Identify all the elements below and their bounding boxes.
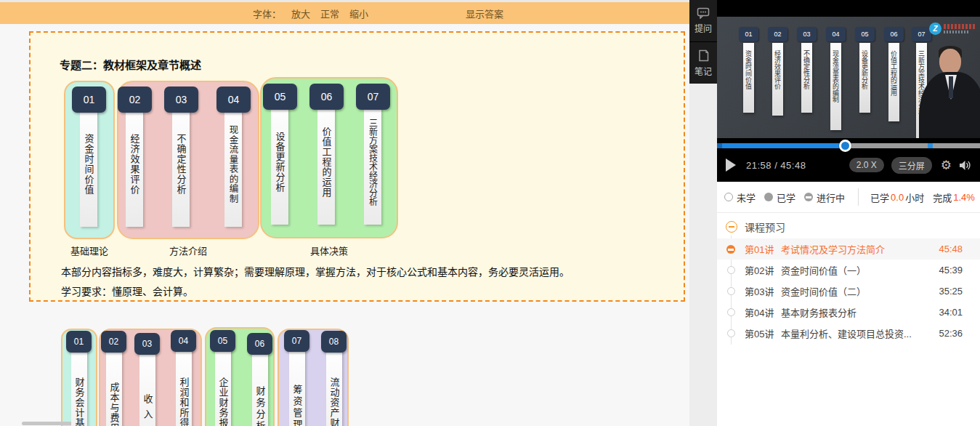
font-toolbar: 字体： 放大 正常 缩小 显示答案: [0, 2, 689, 24]
screen-mode-button[interactable]: 三分屏: [891, 157, 932, 174]
instructor-figure: [915, 39, 980, 138]
chapter-strip: 筹资管理: [289, 346, 305, 426]
note-icon: [698, 49, 709, 62]
ask-label: 提问: [694, 22, 712, 34]
legend-label: 进行中: [817, 190, 845, 204]
chapter-title: 财务会计基础: [73, 377, 86, 426]
chapter-strip: 资金时间价值: [80, 102, 97, 227]
chapter-number: 04: [216, 87, 251, 113]
chapter-number: 05: [263, 84, 297, 110]
slide-chapter-title: 设备更新分析: [860, 50, 870, 89]
slide-chapter-number: 02: [768, 27, 787, 41]
chapter-title: 经济效果评价: [128, 134, 142, 195]
chapter-strip: 财务会计基础: [71, 346, 87, 426]
lesson-title: 基本财务报表分析: [781, 305, 939, 319]
chapter-title: 现金流量表的编制: [227, 125, 240, 204]
chapter-number: 04: [171, 330, 196, 352]
chapter-title: 企业财务报表: [216, 377, 230, 426]
legend-notstudied: 未学: [724, 190, 756, 204]
chapter-title: 财务分析: [254, 386, 267, 426]
horizontal-scrollbar-thumb[interactable]: [22, 422, 74, 425]
study-stats: 已学 0.0 小时 完成 1.4%: [870, 190, 976, 204]
studied-hours: 0.0: [891, 192, 904, 203]
brand-logo-icon: Z: [929, 23, 941, 35]
section-course-preview[interactable]: 课程预习: [717, 217, 980, 237]
lesson-no: 第05讲: [745, 326, 781, 340]
slide-chapter-title: 不确定性分析: [802, 50, 811, 89]
lecture-notes-area: 专题二：教材框架及章节概述 01 资金时间价值 02 经济效果评价 03 不确定…: [0, 24, 689, 426]
lesson-status-icon: [726, 245, 735, 254]
group-label: 基础理论: [64, 244, 115, 257]
instructor-head: [939, 49, 961, 75]
topic-title: 专题二：教材框架及章节概述: [60, 57, 201, 72]
chapter-strip: 设备更新分析: [271, 100, 288, 225]
collapse-icon[interactable]: [726, 221, 737, 233]
chapter-strip: 价值工程的运用: [317, 100, 335, 225]
done-percent: 1.4%: [953, 192, 975, 203]
font-normal-button[interactable]: 正常: [320, 7, 339, 20]
lesson-duration: 45:48: [939, 244, 963, 254]
lesson-list: 第01讲 考试情况及学习方法简介 45:48 第02讲 资金时间价值（一） 45…: [717, 238, 980, 344]
font-zoom-in-button[interactable]: 放大: [291, 7, 310, 20]
slide-strip: 价值工程的运用: [888, 43, 899, 121]
lesson-no: 第02讲: [745, 263, 781, 277]
lesson-status-icon: [727, 308, 735, 316]
lesson-no: 第03讲: [745, 284, 781, 298]
font-zoom-out-button[interactable]: 缩小: [349, 7, 368, 20]
video-slide: Z 01 资金时间价值 02 经济效果评价 03 不确定性分析 04 现金流量表…: [717, 17, 980, 138]
video-controls: 21:58 / 45:48 2.0 X 三分屏 ⚙: [717, 148, 980, 182]
lesson-row-1[interactable]: 第01讲 考试情况及学习方法简介 45:48: [717, 238, 980, 260]
legend-inprogress: 进行中: [804, 190, 845, 204]
chapter-title: 设备更新分析: [273, 132, 287, 193]
chapter-strip: 成本与费用: [106, 346, 122, 426]
lesson-title: 考试情况及学习方法简介: [781, 242, 939, 256]
chapter-number: 02: [118, 87, 152, 113]
lesson-no: 第04讲: [745, 305, 781, 319]
chapter-number: 03: [164, 87, 198, 113]
chapter-number: 01: [66, 331, 92, 353]
lesson-row-2[interactable]: 第02讲 资金时间价值（一） 45:39: [717, 260, 980, 281]
studied-label: 已学: [870, 190, 889, 204]
speech-bubble-icon: [697, 7, 710, 19]
chapter-title: 资金时间价值: [82, 134, 96, 195]
summary-note: 本部分内容指标多，难度大，计算繁杂；需要理解原理，掌握方法，对于核心公式和基本内…: [61, 264, 570, 278]
chapter-number: 07: [356, 84, 390, 110]
slide-strip: 经济效果评价: [772, 43, 783, 116]
video-progress-bar[interactable]: [717, 143, 980, 148]
lesson-title: 资金时间价值（一）: [781, 263, 939, 277]
lesson-status-icon: [727, 266, 735, 274]
chapter-diagram-2: 01 财务会计基础 02 成本与费用 03 收入 04 利润和所得税 05 企业…: [29, 327, 685, 426]
slide-chapter-title: 经济效果评价: [773, 50, 782, 89]
progress-fill: [717, 143, 845, 148]
lesson-row-3[interactable]: 第03讲 资金时间价值（二） 35:25: [717, 281, 980, 302]
studied-icon: [764, 193, 773, 201]
legend-label: 未学: [737, 190, 756, 204]
settings-gear-icon[interactable]: ⚙: [941, 159, 952, 172]
legend-divider: [858, 188, 859, 206]
tool-sidebar: 提问 笔记: [689, 0, 717, 426]
lesson-duration: 45:39: [939, 265, 963, 276]
group-label: 方法介绍: [117, 244, 259, 257]
play-button[interactable]: [726, 158, 736, 172]
notes-button[interactable]: 笔记: [689, 41, 717, 84]
slide-chapter-number: 04: [826, 27, 846, 41]
lesson-title: 本量利分析、建设项目总投资...: [781, 326, 939, 340]
chapter-number: 07: [284, 330, 309, 352]
slide-chapter-title: 现金流量表的编制: [831, 50, 841, 103]
chapter-strip: 企业财务报表: [215, 346, 231, 426]
section-label: 课程预习: [745, 220, 785, 234]
chapter-title: 不确定性分析: [174, 134, 188, 195]
show-answer-button[interactable]: 显示答案: [466, 7, 503, 20]
volume-icon[interactable]: [959, 160, 971, 171]
chapter-number: 06: [247, 333, 272, 355]
chapter-number: 08: [321, 331, 347, 353]
chapter-strip: 利润和所得税: [176, 346, 192, 426]
ask-question-button[interactable]: 提问: [689, 0, 717, 41]
lesson-row-5[interactable]: 第05讲 本量利分析、建设项目总投资... 52:36: [717, 323, 980, 344]
lesson-row-4[interactable]: 第04讲 基本财务报表分析 34:01: [717, 302, 980, 323]
chapter-strip: 现金流量表的编制: [224, 102, 242, 227]
topic-panel: 专题二：教材框架及章节概述 01 资金时间价值 02 经济效果评价 03 不确定…: [29, 31, 685, 302]
slide-strip: 资金时间价值: [743, 43, 754, 113]
slide-chapter-number: 06: [884, 27, 904, 41]
speed-button[interactable]: 2.0 X: [849, 158, 884, 172]
